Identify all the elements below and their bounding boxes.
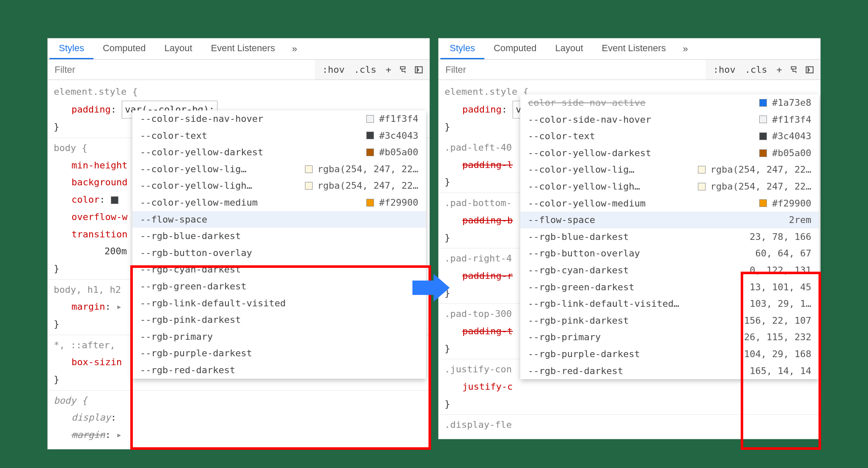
styles-rules-area: element.style { padding: var(--color-bg)… [439,80,820,439]
autocomplete-item[interactable]: --rgb-red-darkest [132,362,426,379]
autocomplete-item[interactable]: --rgb-blue-darkest [132,228,426,245]
autocomplete-item[interactable]: --rgb-red-darkest165, 14, 14 [520,363,819,380]
color-swatch [698,183,706,190]
devtools-panel-before: Styles Computed Layout Event Listeners »… [47,38,430,449]
css-property[interactable]: box-sizin [71,357,122,367]
css-property[interactable]: padding [71,104,111,115]
autocomplete-item[interactable]: --rgb-button-overlay [132,245,426,262]
css-property[interactable]: background [71,177,127,187]
tab-layout[interactable]: Layout [155,39,201,59]
css-property[interactable]: padding-l [462,160,513,170]
autocomplete-item[interactable]: --color-yellow-darkest#b05a00 [132,144,426,161]
css-property[interactable]: padding [462,104,502,115]
selector-text: .display-fle [445,416,814,434]
color-swatch [759,99,767,107]
css-property[interactable]: transition [71,229,127,240]
autocomplete-item[interactable]: --color-yellow-ligh…rgba(254, 247, 22… [132,177,426,194]
autocomplete-item[interactable]: --rgb-primary26, 115, 232 [520,329,819,346]
autocomplete-item[interactable]: --color-yellow-ligh…rgba(254, 247, 22… [520,178,819,195]
css-rule[interactable]: body { display: margin: ▸ [48,390,429,446]
color-swatch [305,165,313,173]
toggle-pane-icon[interactable] [412,63,426,77]
tab-layout[interactable]: Layout [546,39,592,59]
autocomplete-item[interactable]: --rgb-button-overlay60, 64, 67 [520,245,819,262]
autocomplete-item[interactable]: --rgb-blue-darkest23, 78, 166 [520,228,819,245]
autocomplete-item[interactable]: --flow-space [132,211,426,228]
tabs-overflow-icon[interactable]: » [675,44,695,55]
autocomplete-popup: color side nav active #1a73e8 --color-si… [520,94,819,379]
new-rule-button[interactable]: + [772,63,786,77]
tab-computed[interactable]: Computed [93,39,155,59]
hov-button[interactable]: :hov [709,63,740,77]
tabs-bar: Styles Computed Layout Event Listeners » [439,39,820,60]
color-swatch [305,182,313,190]
autocomplete-item[interactable]: --color-yellow-medium#f29900 [132,194,426,211]
autocomplete-item[interactable]: color side nav active #1a73e8 [520,94,819,111]
paint-icon[interactable] [396,63,411,77]
css-property[interactable]: color [71,194,99,205]
color-swatch [759,116,767,123]
autocomplete-item[interactable]: --rgb-purple-darkest104, 29, 168 [520,346,819,363]
cls-button[interactable]: .cls [350,63,381,77]
tabs-overflow-icon[interactable]: » [284,44,305,55]
autocomplete-item[interactable]: --rgb-link-default-visited [132,295,426,312]
autocomplete-item[interactable]: --rgb-primary [132,328,426,345]
color-swatch [759,149,767,157]
autocomplete-item[interactable]: --color-yellow-lig…rgba(254, 247, 22… [520,161,819,178]
autocomplete-item[interactable]: --color-yellow-medium#f29900 [520,195,819,212]
tab-computed[interactable]: Computed [484,39,546,59]
color-swatch [759,132,767,140]
toggle-pane-icon[interactable] [802,63,817,77]
css-property[interactable]: padding-r [462,270,513,281]
selector-text: element.style { [445,86,529,97]
filter-input[interactable] [48,60,315,80]
paint-icon[interactable] [787,63,802,77]
autocomplete-item[interactable]: --rgb-pink-darkest156, 22, 107 [520,312,819,329]
svg-marker-2 [412,274,450,302]
hov-button[interactable]: :hov [318,63,349,77]
autocomplete-item[interactable]: --rgb-purple-darkest [132,345,426,362]
tab-event-listeners[interactable]: Event Listeners [593,39,676,59]
css-property[interactable]: margin [71,301,105,312]
arrow-icon [412,273,450,303]
new-rule-button[interactable]: + [382,63,396,77]
selector-text: element.style { [54,86,138,97]
autocomplete-item[interactable]: --color-side-nav-hover#f1f3f4 [520,111,819,128]
selector-text: body { [54,392,423,410]
tabs-bar: Styles Computed Layout Event Listeners » [48,39,429,60]
color-swatch [366,115,374,123]
styles-toolbar: :hov .cls + [48,60,429,80]
css-property[interactable]: margin [71,429,105,440]
autocomplete-item[interactable]: --flow-space2rem [520,212,819,228]
autocomplete-item[interactable]: --rgb-link-default-visited…103, 29, 1… [520,295,819,312]
filter-input[interactable] [439,60,706,80]
autocomplete-item[interactable]: --color-side-nav-hover#f1f3f4 [132,110,426,127]
cls-button[interactable]: .cls [741,63,772,77]
autocomplete-item[interactable]: --rgb-green-darkest13, 101, 45 [520,279,819,296]
css-property[interactable]: padding-t [462,326,513,336]
close-brace: } [445,396,814,413]
autocomplete-item[interactable]: --color-text#3c4043 [520,128,819,145]
tab-styles[interactable]: Styles [49,39,93,59]
color-swatch [366,149,374,156]
css-property[interactable]: display [71,412,111,423]
css-property[interactable]: justify-c [462,381,513,392]
styles-rules-area: element.style { padding: var(--color-bg)… [48,80,429,449]
autocomplete-item[interactable]: --color-yellow-darkest#b05a00 [520,145,819,162]
tab-styles[interactable]: Styles [440,39,484,59]
autocomplete-item[interactable]: --rgb-cyan-darkest0, 122, 131 [520,262,819,279]
color-swatch[interactable] [111,196,118,204]
css-property[interactable]: padding-b [462,215,513,226]
color-swatch [366,132,374,139]
color-swatch [366,199,374,206]
autocomplete-item[interactable]: --rgb-pink-darkest [132,311,426,328]
css-rule[interactable]: .display-fle [439,414,820,435]
autocomplete-item[interactable]: --color-text#3c4043 [132,127,426,144]
autocomplete-popup: --color-side-nav-hover#f1f3f4--color-tex… [132,110,426,379]
css-property[interactable]: overflow-w [71,212,127,222]
autocomplete-item[interactable]: --rgb-green-darkest [132,278,426,295]
css-property[interactable]: min-height [71,160,127,171]
tab-event-listeners[interactable]: Event Listeners [202,39,285,59]
autocomplete-item[interactable]: --color-yellow-lig…rgba(254, 247, 22… [132,161,426,178]
autocomplete-item[interactable]: --rgb-cyan-darkest [132,261,426,278]
